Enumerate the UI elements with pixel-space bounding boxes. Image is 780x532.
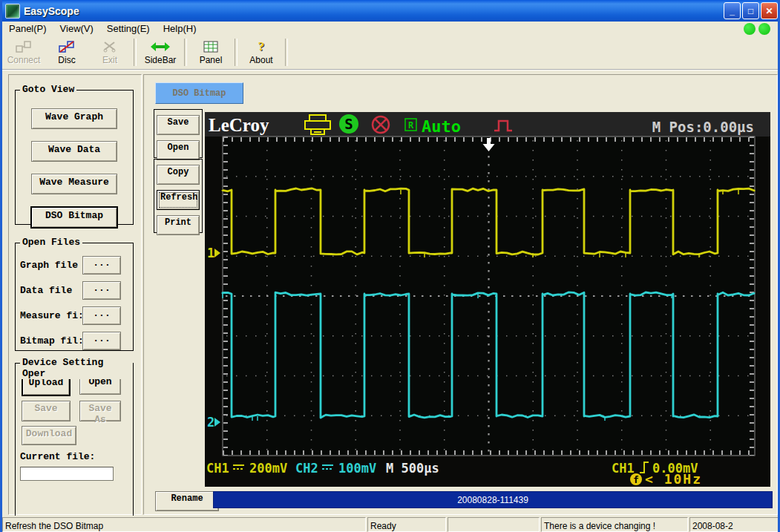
connect-icon — [16, 40, 32, 53]
dso-bitmap-svg: LeCroySRAutoM Pos:0.00μs12CH1200mVCH2100… — [205, 112, 770, 487]
toolbar-panel-button[interactable]: Panel — [189, 36, 232, 69]
toolbar-separator — [134, 39, 137, 66]
menu-help[interactable]: Help(H) — [157, 22, 203, 35]
svg-text:100mV: 100mV — [338, 461, 376, 476]
lecroy-logo: LeCroy — [209, 115, 269, 135]
easyscope-window: EasyScope _ □ ✕ Panel(P) View(V) Setting… — [0, 0, 780, 532]
svg-text:R: R — [408, 120, 414, 131]
goto-view-group: Goto View Wave Graph Wave Data Wave Meas… — [15, 90, 134, 225]
rename-button[interactable]: Rename — [155, 491, 219, 511]
device-setting-group: Device Setting Oper Upload Open Save Sav… — [15, 363, 134, 523]
app-icon — [5, 4, 20, 19]
bitmap-file-browse-button[interactable]: ... — [82, 332, 121, 350]
toolbar-separator — [285, 39, 288, 66]
status-bar: Refresh the DSO Bitmap Ready There is a … — [2, 516, 780, 532]
print-button[interactable]: Print — [157, 215, 200, 235]
m-position-text: M Pos:0.00μs — [652, 119, 754, 135]
open-files-group: Open Files Graph file... Data file... Me… — [15, 243, 134, 351]
open-bitmap-button[interactable]: Open — [157, 140, 200, 160]
wave-measure-button[interactable]: Wave Measure — [31, 174, 117, 194]
status-led-green-1 — [744, 23, 756, 35]
graph-file-label: Graph file — [20, 260, 82, 271]
bitmap-file-label: Bitmap fil: — [20, 335, 82, 347]
title-bar[interactable]: EasyScope _ □ ✕ — [2, 0, 780, 22]
dollar-icon: S — [339, 114, 358, 134]
sidebar-toggle-icon — [151, 40, 170, 53]
measure-file-label: Measure fi: — [20, 310, 82, 321]
panel-grid-icon — [203, 40, 218, 53]
svg-text:CH2: CH2 — [295, 461, 318, 476]
dso-bitmap-button[interactable]: DSO Bitmap — [30, 206, 118, 229]
save-bitmap-button[interactable]: Save — [157, 115, 200, 135]
maximize-icon: □ — [748, 7, 753, 16]
svg-text:< 10Hz: < 10Hz — [645, 471, 702, 487]
measure-file-browse-button[interactable]: ... — [82, 306, 121, 325]
svg-text:S: S — [344, 116, 353, 132]
toolbar: Connect Disc Exit SideBar Panel — [2, 36, 778, 70]
maximize-button[interactable]: □ — [742, 2, 759, 19]
svg-text:CH1: CH1 — [206, 461, 229, 476]
close-button[interactable]: ✕ — [761, 2, 778, 19]
svg-text:CH1: CH1 — [612, 461, 635, 476]
data-file-label: Data file — [20, 285, 82, 296]
save-as-setting-button: Save As — [79, 401, 121, 421]
status-ready: Ready — [367, 517, 446, 532]
toolbar-about-button[interactable]: ? About — [240, 36, 283, 69]
save-setting-button: Save — [22, 401, 71, 421]
svg-text:200mV: 200mV — [249, 461, 287, 476]
toolbar-exit-button: Exit — [88, 36, 131, 69]
main-panel: DSO Bitmap Save Open Copy Refresh Print … — [143, 74, 778, 515]
file-ops-group: Save Open — [154, 109, 203, 158]
data-file-browse-button[interactable]: ... — [82, 281, 121, 300]
dso-bitmap-screen: LeCroySRAutoM Pos:0.00μs12CH1200mVCH2100… — [205, 112, 770, 487]
sidebar: Goto View Wave Graph Wave Data Wave Meas… — [8, 74, 142, 515]
about-question-icon: ? — [258, 40, 265, 53]
exit-scissors-icon — [102, 40, 117, 53]
status-message: Refresh the DSO Bitmap — [2, 517, 366, 532]
status-device-message: There is a device changing ! — [541, 517, 688, 532]
minimize-button[interactable]: _ — [724, 2, 741, 19]
bitmap-ops-group: Copy Refresh Print — [154, 159, 203, 233]
status-led-green-2 — [758, 23, 770, 35]
graph-file-browse-button[interactable]: ... — [82, 256, 121, 275]
menu-bar: Panel(P) View(V) Setting(E) Help(H) — [2, 22, 778, 36]
timebase-readout: M 500μs — [386, 461, 439, 476]
toolbar-disconnect-button[interactable]: Disc — [45, 36, 88, 69]
status-date: 2008-08-2 — [689, 517, 780, 532]
menu-panel[interactable]: Panel(P) — [2, 22, 53, 35]
menu-setting[interactable]: Setting(E) — [100, 22, 157, 35]
toolbar-separator — [235, 39, 237, 66]
bitmap-filename-item[interactable]: 20080828-111439 — [213, 491, 773, 508]
current-file-label: Current file: — [20, 451, 128, 462]
window-title: EasyScope — [24, 5, 79, 17]
status-empty — [448, 517, 540, 532]
tab-dso-bitmap[interactable]: DSO Bitmap — [155, 82, 243, 104]
download-button: Download — [22, 426, 76, 445]
refresh-button[interactable]: Refresh — [157, 190, 200, 210]
toolbar-separator — [184, 39, 187, 66]
close-icon: ✕ — [765, 7, 773, 16]
current-file-input[interactable] — [20, 467, 114, 481]
svg-text:2: 2 — [207, 415, 214, 430]
toolbar-connect-button: Connect — [2, 36, 45, 69]
toolbar-sidebar-button[interactable]: SideBar — [139, 36, 182, 69]
svg-text:1: 1 — [207, 246, 214, 260]
wave-data-button[interactable]: Wave Data — [31, 141, 117, 162]
copy-button[interactable]: Copy — [157, 165, 200, 185]
wave-graph-button[interactable]: Wave Graph — [31, 108, 117, 129]
svg-text:f: f — [633, 474, 639, 485]
disconnect-icon — [59, 40, 75, 53]
menu-view[interactable]: View(V) — [53, 22, 100, 35]
minimize-icon: _ — [730, 7, 735, 16]
trigger-mode-text: Auto — [422, 117, 461, 136]
